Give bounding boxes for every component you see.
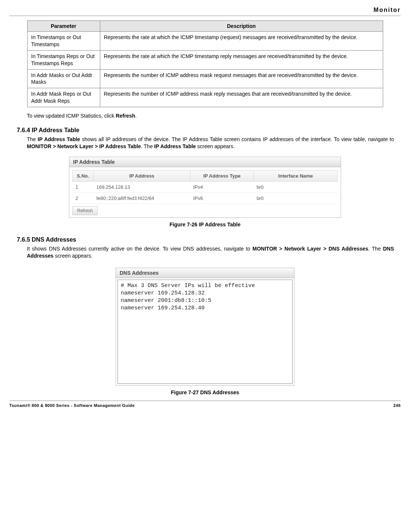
dns-addresses-description: It shows DNS Addresses currently active … xyxy=(9,245,401,259)
icmp-params-table: Parameter Description In Timestamps or O… xyxy=(27,20,383,107)
col-sno: S.No. xyxy=(73,170,94,181)
section-7-6-5-heading: 7.6.5 DNS Addresses xyxy=(9,233,401,245)
param-cell: In Timestamps or Out Timestamps xyxy=(27,32,100,51)
param-cell: In Timestamps Reps or Out Timestamps Rep… xyxy=(27,50,100,69)
col-description: Description xyxy=(100,21,383,32)
table-row: 2 fe80::220:a6ff:fed3:f422/64 IPv6 br0 xyxy=(73,192,338,204)
refresh-button[interactable]: Refresh xyxy=(72,206,98,215)
dns-content-box: # Max 3 DNS Server IPs will be effective… xyxy=(117,280,293,384)
param-cell: In Addr Mask Reps or Out Addr Mask Reps xyxy=(27,88,100,107)
table-row: In Timestamps Reps or Out Timestamps Rep… xyxy=(27,50,383,69)
ip-address-inner-table: S.No. IP Address IP Address Type Interfa… xyxy=(72,170,338,204)
cell-sno: 2 xyxy=(73,192,94,204)
cell-iface: br0 xyxy=(254,181,338,192)
header-rule xyxy=(9,16,401,16)
refresh-bold: Refresh xyxy=(116,113,135,119)
text: screen appears. xyxy=(196,143,234,149)
param-cell: In Addr Masks or Out Addr Masks xyxy=(27,69,100,88)
text-bold: MONITOR > Network Layer > IP Address Tab… xyxy=(27,143,141,149)
cell-addr: fe80::220:a6ff:fed3:f422/64 xyxy=(94,192,190,204)
table-row: In Addr Masks or Out Addr Masks Represen… xyxy=(27,69,383,88)
desc-cell: Represents the number of ICMP address ma… xyxy=(100,69,383,88)
panel-title: IP Address Table xyxy=(69,157,341,167)
page-footer: Tsunami® 800 & 8000 Series - Software Ma… xyxy=(9,401,401,408)
page-header-title: Monitor xyxy=(9,0,401,16)
text: It shows DNS Addresses currently active … xyxy=(27,246,252,252)
text: The xyxy=(27,136,38,142)
text: shows all IP addresses of the device. Th… xyxy=(80,136,394,142)
footer-left: Tsunami® 800 & 8000 Series - Software Ma… xyxy=(9,403,135,408)
desc-cell: Represents the number of ICMP address ma… xyxy=(100,88,383,107)
text: . xyxy=(135,113,137,119)
ip-address-table-description: The IP Address Table shows all IP addres… xyxy=(9,136,401,150)
table-row: 1 169.254.128.13 IPv4 br0 xyxy=(73,181,338,192)
text-bold: MONITOR > Network Layer > DNS Addresses xyxy=(252,246,368,252)
cell-addr: 169.254.128.13 xyxy=(94,181,190,192)
figure-7-26-caption: Figure 7-26 IP Address Table xyxy=(9,222,401,227)
cell-type: IPv4 xyxy=(190,181,254,192)
text: . The xyxy=(141,143,154,149)
desc-cell: Represents the rate at which the ICMP ti… xyxy=(100,50,383,69)
cell-iface: br0 xyxy=(254,192,338,204)
text: screen appears. xyxy=(54,253,92,259)
cell-sno: 1 xyxy=(73,181,94,192)
ip-address-table-panel: IP Address Table S.No. IP Address IP Add… xyxy=(69,157,341,218)
col-ip-address: IP Address xyxy=(94,170,190,181)
cell-type: IPv6 xyxy=(190,192,254,204)
col-interface-name: Interface Name xyxy=(254,170,338,181)
dns-addresses-panel: DNS Addresses # Max 3 DNS Server IPs wil… xyxy=(116,268,294,386)
text-bold: IP Address Table xyxy=(154,143,196,149)
col-parameter: Parameter xyxy=(27,21,100,32)
table-row: In Timestamps or Out Timestamps Represen… xyxy=(27,32,383,51)
text: . The xyxy=(368,246,383,252)
text-bold: IP Address Table xyxy=(38,136,80,142)
figure-7-27-caption: Figure 7-27 DNS Addresses xyxy=(9,389,401,395)
panel-title: DNS Addresses xyxy=(116,268,294,278)
col-ip-type: IP Address Type xyxy=(190,170,254,181)
footer-page-number: 246 xyxy=(393,403,401,408)
refresh-note: To view updated ICMP Statistics, click R… xyxy=(9,112,401,120)
table-row: In Addr Mask Reps or Out Addr Mask Reps … xyxy=(27,88,383,107)
section-7-6-4-heading: 7.6.4 IP Address Table xyxy=(9,123,401,136)
text: To view updated ICMP Statistics, click xyxy=(27,113,116,119)
desc-cell: Represents the rate at which the ICMP ti… xyxy=(100,32,383,51)
